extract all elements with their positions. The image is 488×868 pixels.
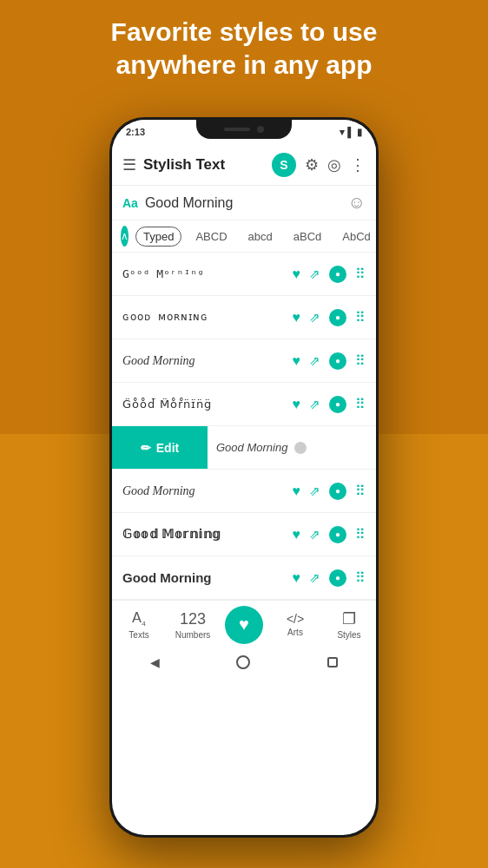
share-icon-4[interactable]: ⇗ [309,397,320,412]
whatsapp-icon-6[interactable]: ● [329,526,346,543]
grid-dots-icon-4[interactable]: ⠿ [355,396,366,412]
whatsapp-icon-2[interactable]: ● [329,309,346,326]
phone-frame: 2:13 ▾ ▌ ▮ ☰ Stylish Text S ⚙ ◎ ⋮ [109,117,379,838]
chevron-up-icon[interactable]: ∧ [121,226,129,247]
heart-icon-2[interactable]: ♥ [293,310,301,326]
edit-button[interactable]: ✏ Edit [112,426,208,469]
app-bar: ☰ Stylish Text S ⚙ ◎ ⋮ [112,144,376,186]
phone-nav-bar: ◀ [112,648,376,680]
row-icons-4: ♥ ⇗ ● ⠿ [293,396,366,413]
toggle-switch[interactable] [294,442,307,454]
numbers-label: Numbers [175,630,211,640]
heart-icon-3[interactable]: ♥ [293,353,301,369]
text-list: Gᵒᵒᵈ Mᵒʳⁿᴵⁿᵍ ♥ ⇗ ● ⠿ ɢᴏᴏᴅ ᴍᴏʀɴɪɴɢ ♥ ⇗ ● … [112,253,376,600]
text-row: Gᵒᵒᵈ Mᵒʳⁿᴵⁿᵍ ♥ ⇗ ● ⠿ [112,253,376,296]
tab-typed[interactable]: Typed [135,227,181,247]
menu-icon[interactable]: ☰ [122,155,136,174]
tab-abcd-mixed1[interactable]: aBCd [287,227,329,246]
help-icon[interactable]: ◎ [327,155,341,174]
row-icons-7: ♥ ⇗ ● ⠿ [293,569,366,587]
bottom-nav: 𝖠4 Texts 123 Numbers ♥ </> Arts ❐ Styles [112,600,376,648]
share-icon-7[interactable]: ⇗ [309,570,320,586]
headline-line1: Favorite styles to use [26,16,462,49]
brand-icon[interactable]: S [272,153,296,177]
headline: Favorite styles to use anywhere in any a… [0,16,488,81]
nav-favorites-button[interactable]: ♥ [225,606,263,644]
whatsapp-icon-7[interactable]: ● [329,569,346,587]
grid-dots-icon-6[interactable]: ⠿ [355,526,366,542]
heart-icon-5[interactable]: ♥ [293,483,301,499]
grid-dots-icon-5[interactable]: ⠿ [355,483,366,499]
texts-label: Texts [129,630,148,640]
share-icon-5[interactable]: ⇗ [309,483,320,499]
nav-arts[interactable]: </> Arts [274,612,317,637]
headline-line2: anywhere in any app [26,49,462,82]
app-title: Stylish Text [143,156,265,174]
heart-icon-7[interactable]: ♥ [293,570,301,586]
settings-icon[interactable]: ⚙ [305,155,319,174]
tab-abcd-upper[interactable]: ABCD [188,227,234,246]
notch-camera [257,126,264,133]
tab-abcd-mixed2[interactable]: AbCd [335,227,376,246]
home-icon[interactable] [236,655,250,669]
tab-abcd-lower[interactable]: abcd [241,227,280,246]
pencil-icon: ✏ [141,441,151,455]
row-icons-1: ♥ ⇗ ● ⠿ [293,266,366,283]
edit-row: ✏ Edit Good Morning [112,426,376,470]
row-icons-3: ♥ ⇗ ● ⠿ [293,352,366,370]
grid-dots-icon-3[interactable]: ⠿ [355,352,366,369]
whatsapp-icon-4[interactable]: ● [329,396,346,413]
text-item-1[interactable]: Gᵒᵒᵈ Mᵒʳⁿᴵⁿᵍ [122,267,293,280]
share-icon-6[interactable]: ⇗ [309,527,320,542]
whatsapp-icon-5[interactable]: ● [329,483,346,500]
text-row: ɢᴏᴏᴅ ᴍᴏʀɴɪɴɢ ♥ ⇗ ● ⠿ [112,296,376,339]
share-icon-3[interactable]: ⇗ [309,353,320,369]
heart-icon-4[interactable]: ♥ [293,397,301,412]
signal-icon: ▌ [347,127,354,137]
text-item-2[interactable]: ɢᴏᴏᴅ ᴍᴏʀɴɪɴɢ [122,311,293,324]
aa-label: Aa [122,196,138,210]
share-icon-1[interactable]: ⇗ [309,266,320,282]
text-row: G̈o̊o̊d̈ M̈o̊r̊n̈ɪ̈n̈g̈ ♥ ⇗ ● ⠿ [112,383,376,426]
share-icon-2[interactable]: ⇗ [309,310,320,326]
wifi-icon: ▾ [340,127,345,138]
more-icon[interactable]: ⋮ [350,155,366,174]
whatsapp-icon-3[interactable]: ● [329,352,346,370]
text-row: Good Morning ♥ ⇗ ● ⠿ [112,556,376,600]
grid-dots-icon-2[interactable]: ⠿ [355,309,366,326]
row-icons-6: ♥ ⇗ ● ⠿ [293,526,366,543]
status-time: 2:13 [126,127,145,137]
emoji-icon[interactable]: ☺ [348,193,366,213]
nav-numbers[interactable]: 123 Numbers [171,610,214,640]
status-icons: ▾ ▌ ▮ [340,127,362,138]
text-item-6[interactable]: 𝔾𝕠𝕠𝕕 𝕄𝕠𝕣𝕟𝕚𝕟𝕘 [122,527,293,542]
heart-icon-1[interactable]: ♥ [293,266,301,282]
recent-icon[interactable] [327,657,338,667]
edit-label: Edit [156,441,179,455]
brand-letter: S [280,158,287,172]
search-input-text[interactable]: Good Morning [145,195,348,211]
arts-icon: </> [287,612,304,626]
whatsapp-icon-1[interactable]: ● [329,266,346,283]
row-icons-5: ♥ ⇗ ● ⠿ [293,483,366,500]
back-icon[interactable]: ◀ [150,655,160,669]
nav-styles[interactable]: ❐ Styles [327,609,371,640]
nav-texts[interactable]: 𝖠4 Texts [117,609,161,639]
filter-tabs: ∧ Typed ABCD abcd aBCd AbCd [112,220,376,253]
grid-dots-icon-7[interactable]: ⠿ [355,569,366,586]
notch-speaker [224,128,250,131]
text-item-3[interactable]: Good Morning [122,354,293,368]
search-bar: Aa Good Morning ☺ [112,186,376,220]
heart-icon-6[interactable]: ♥ [293,527,301,542]
status-bar: 2:13 ▾ ▌ ▮ [112,120,376,144]
heart-center-icon: ♥ [239,615,249,635]
text-item-4[interactable]: G̈o̊o̊d̈ M̈o̊r̊n̈ɪ̈n̈g̈ [122,398,293,411]
edit-preview-text: Good Morning [208,441,376,455]
styles-label: Styles [337,630,360,640]
grid-dots-icon-1[interactable]: ⠿ [355,266,366,282]
styles-icon: ❐ [342,609,356,628]
text-item-5[interactable]: Good Morning [122,484,293,498]
text-row: Good Morning ♥ ⇗ ● ⠿ [112,339,376,383]
texts-icon: 𝖠4 [132,609,145,628]
text-item-7[interactable]: Good Morning [122,570,293,585]
